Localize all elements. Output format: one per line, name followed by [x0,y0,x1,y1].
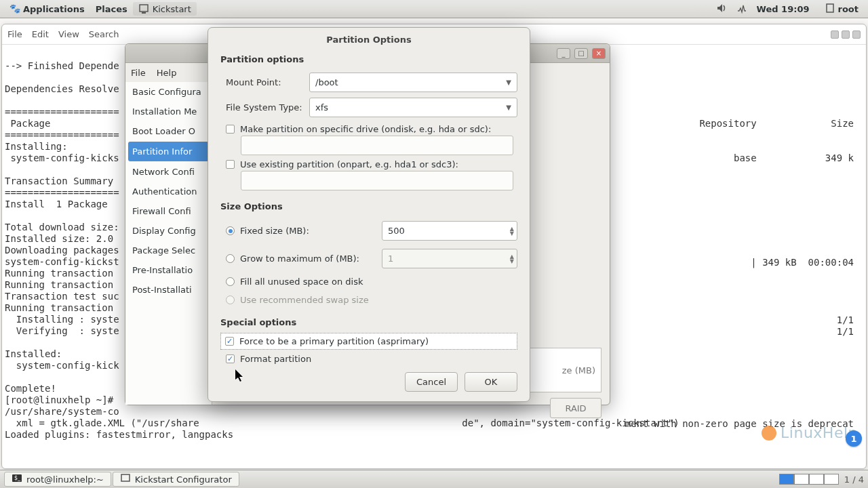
recswap-radio [226,296,235,304]
mount-point-value: /boot [315,77,338,87]
window-close-button[interactable]: × [592,48,606,59]
ondisk-checkbox[interactable] [226,125,235,134]
asprimary-checkbox[interactable] [225,337,234,346]
sidebar-item-bootloader[interactable]: Boot Loader O [125,121,212,141]
workspace-2[interactable] [794,474,809,485]
sidebar-item-packages[interactable]: Package Selec [125,241,212,260]
grow-label: Grow to maximum of (MB): [240,253,359,264]
kick-menu-file[interactable]: File [131,68,146,78]
chevron-down-icon: ▼ [506,104,511,111]
user-icon [825,3,835,16]
svg-rect-3 [827,4,833,12]
svg-rect-0 [140,5,148,12]
col-size-mb: ze (MB) [562,365,595,375]
sidebar-item-display[interactable]: Display Config [125,221,212,241]
svg-rect-7 [121,474,130,481]
terminal-menu-view[interactable]: View [58,29,79,39]
section-partition-options: Partition options [220,50,517,70]
chevron-down-icon: ▼ [506,79,511,86]
svg-rect-1 [142,12,146,14]
kick-menu-help[interactable]: Help [157,68,177,78]
mount-point-combo[interactable]: /boot ▼ [309,73,517,92]
fill-label: Fill all unused space on disk [240,277,363,287]
network-icon[interactable] [736,3,747,16]
workspace-4[interactable] [824,474,839,485]
cancel-button[interactable]: Cancel [405,372,458,392]
kickstart-icon [120,473,131,486]
fill-radio[interactable] [226,277,235,286]
label-fs-type: File System Type: [220,102,305,113]
grow-radio[interactable] [226,254,235,263]
taskbar: $_ root@linuxhelp:~ Kickstart Configurat… [0,470,868,488]
fixed-size-spin[interactable]: 500 ▲▼ [382,221,517,241]
pager-text: 1 / 4 [844,474,864,485]
fixed-size-label: Fixed size (MB): [240,226,309,236]
terminal-menu-search[interactable]: Search [89,29,119,39]
term-dl-line: | 349 kB 00:00:04 [751,257,854,268]
term-frac-2: 1/1 [837,326,854,338]
sidebar-item-auth[interactable]: Authentication [125,182,212,201]
label-mount-point: Mount Point: [220,77,305,87]
terminal-icon: $_ [12,473,22,486]
recswap-label: Use recommended swap size [240,295,369,305]
clock[interactable]: Wed 19:09 [757,4,810,14]
terminal-menu-file[interactable]: File [7,29,22,39]
section-size-options: Size Options [220,197,517,217]
sidebar-item-preinstall[interactable]: Pre-Installatio [125,260,212,280]
sidebar-item-basic[interactable]: Basic Configura [125,82,212,102]
ondisk-input[interactable] [241,136,513,155]
spin-down-icon: ▼ [510,259,514,264]
svg-marker-2 [717,4,722,12]
term-col-repository: Repository Size [699,118,854,129]
fixed-size-radio[interactable] [226,226,235,235]
fs-type-value: xfs [315,102,328,113]
svg-text:$_: $_ [14,475,21,481]
format-label: Format partition [240,354,311,364]
sidebar-item-firewall[interactable]: Firewall Confi [125,201,212,221]
dialog-title: Partition Options [208,28,530,50]
ondisk-label: Make partition on specific drive (ondisk… [240,124,491,134]
logo-icon [762,426,776,441]
grow-spin: 1 ▲▼ [382,249,517,268]
volume-icon[interactable] [716,3,727,16]
raid-button[interactable]: RAID [550,398,601,418]
term-frac-1: 1/1 [837,314,854,326]
term-min-icon[interactable] [831,30,839,39]
workspace-1[interactable] [779,474,794,485]
foot-icon: 🐾 [9,3,20,14]
term-max-icon[interactable] [842,30,850,39]
sidebar-item-install[interactable]: Installation Me [125,102,212,121]
onpart-label: Use existing partition (onpart, e.g. hda… [240,159,458,169]
workspace-3[interactable] [809,474,824,485]
sidebar-item-partition[interactable]: Partition Infor [128,142,209,161]
workspace-pager[interactable]: 1 / 4 [779,474,864,485]
section-special-options: Special options [220,313,517,333]
format-checkbox[interactable] [226,354,235,363]
user-menu[interactable]: root [819,3,865,16]
linuxhelp-watermark: LinuxHelp [762,424,858,441]
task-terminal[interactable]: $_ root@linuxhelp:~ [4,472,111,487]
fs-type-combo[interactable]: xfs ▼ [309,98,517,117]
sidebar-item-postinstall[interactable]: Post-Installati [125,280,212,300]
top-panel: 🐾 Applications Places Kickstart Wed 19:0… [0,0,868,18]
partition-options-dialog: Partition Options Partition options Moun… [208,27,530,402]
task-kickstart[interactable]: Kickstart Configurator [113,472,239,487]
notification-badge[interactable]: 1 [846,430,862,447]
ok-button[interactable]: OK [465,372,517,392]
spin-down-icon[interactable]: ▼ [510,231,514,236]
window-minimize-button[interactable]: _ [557,48,570,59]
sidebar-item-network[interactable]: Network Confi [125,162,212,182]
term-close-icon[interactable] [852,30,861,39]
applications-menu[interactable]: 🐾 Applications [4,3,90,14]
terminal-menu-edit[interactable]: Edit [32,29,49,39]
onpart-checkbox[interactable] [226,160,235,169]
term-row-values: base 349 k [734,152,854,164]
asprimary-label: Force to be a primary partition (asprima… [239,336,429,346]
window-maximize-button[interactable]: □ [574,48,588,59]
active-app-indicator[interactable]: Kickstart [133,2,197,16]
kickstart-sidebar: Basic Configura Installation Me Boot Loa… [125,82,212,405]
active-app-label: Kickstart [153,4,191,14]
places-menu[interactable]: Places [90,4,133,14]
kickstart-icon [138,3,149,14]
onpart-input[interactable] [241,171,513,190]
